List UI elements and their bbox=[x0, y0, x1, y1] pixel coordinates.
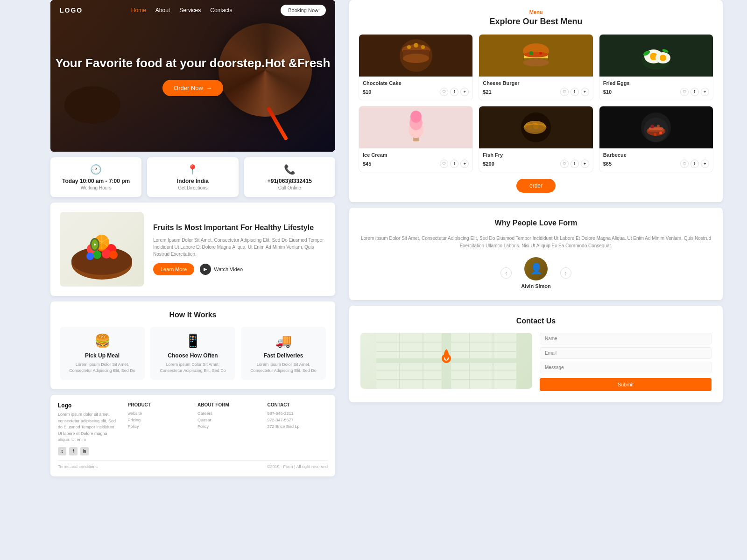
booking-button[interactable]: Booking Now bbox=[281, 5, 326, 16]
ice-cream-share[interactable]: ⤴ bbox=[450, 160, 458, 168]
location-card[interactable]: 📍 Indore India Get Directions bbox=[147, 157, 238, 197]
facebook-icon[interactable]: f bbox=[69, 447, 78, 455]
barbecue-actions: ♡ ⤴ + bbox=[680, 160, 709, 168]
menu-section: Menu Explore Our Best Menu bbox=[349, 0, 723, 202]
footer-copyright: ©2019 - Form | All right reserved bbox=[267, 464, 328, 469]
chocolate-cake-svg bbox=[397, 37, 435, 74]
fish-fry-image bbox=[479, 106, 592, 148]
fried-eggs-image bbox=[599, 35, 713, 77]
phone-card[interactable]: 📞 +91(063)8332415 Call Online bbox=[244, 157, 335, 197]
choose-icon: 📱 bbox=[157, 333, 229, 349]
contact-submit-button[interactable]: Submit bbox=[540, 378, 712, 391]
footer-about-link-1[interactable]: Quasar bbox=[197, 418, 258, 422]
watch-video-button[interactable]: ▶ Watch Video bbox=[200, 264, 243, 275]
menu-grid: Chocolate Cake $10 ♡ ⤴ + bbox=[359, 34, 713, 172]
fish-fry-price: $200 bbox=[483, 161, 494, 167]
footer-terms[interactable]: Terms and conditions bbox=[58, 464, 98, 469]
person-name: Alvin Simon bbox=[521, 283, 551, 289]
contact-name-input[interactable] bbox=[540, 333, 712, 344]
barbecue-add[interactable]: + bbox=[701, 160, 709, 168]
menu-item-fried-eggs: Fried Eggs $10 ♡ ⤴ + bbox=[599, 34, 713, 100]
footer-col-contact: CONTACT 987-546-3211 972-347-5677 272 Br… bbox=[268, 402, 328, 455]
contact-title: Contact Us bbox=[360, 317, 712, 325]
pickup-desc: Lorem ipsum Dolor Sit Amet, Consectetur … bbox=[66, 362, 138, 373]
barbecue-share[interactable]: ⤴ bbox=[691, 160, 699, 168]
fish-fry-info: Fish Fry $200 ♡ ⤴ + bbox=[479, 148, 592, 172]
footer-col-product: PRODUCT website Pricing Policy bbox=[128, 402, 189, 455]
cheese-burger-price-row: $21 ♡ ⤴ + bbox=[483, 88, 589, 96]
svg-point-15 bbox=[94, 244, 96, 245]
hero-content: Your Favorite food at your doorstep.Hot … bbox=[56, 56, 331, 96]
footer-about-title: ABOUT FORM bbox=[197, 402, 258, 407]
fish-fry-name: Fish Fry bbox=[483, 152, 589, 158]
svg-point-45 bbox=[410, 111, 422, 123]
nav-services[interactable]: Services bbox=[179, 7, 201, 14]
how-card-pickup: 🍔 Pick Up Meal Lorem ipsum Dolor Sit Ame… bbox=[60, 327, 145, 380]
twitter-icon[interactable]: t bbox=[58, 447, 66, 455]
fish-fry-add[interactable]: + bbox=[581, 160, 589, 168]
chocolate-cake-add[interactable]: + bbox=[460, 88, 469, 96]
arrow-right-icon: → bbox=[206, 84, 212, 91]
fish-fry-like[interactable]: ♡ bbox=[560, 160, 569, 168]
delivery-desc: Lorem ipsum Dolor Sit Amet, Consectetur … bbox=[247, 362, 319, 373]
fruits-section: Fruits Is Most Important For Healthy Lif… bbox=[50, 203, 335, 296]
menu-order-button[interactable]: order bbox=[516, 179, 556, 193]
chocolate-cake-info: Chocolate Cake $10 ♡ ⤴ + bbox=[359, 77, 472, 100]
footer-product-link-2[interactable]: Policy bbox=[128, 424, 189, 429]
fried-eggs-add[interactable]: + bbox=[701, 88, 709, 96]
cheese-burger-add[interactable]: + bbox=[581, 88, 589, 96]
chocolate-cake-share[interactable]: ⤴ bbox=[450, 88, 458, 96]
testimonial-next-button[interactable]: › bbox=[560, 267, 571, 279]
svg-point-59 bbox=[657, 125, 660, 127]
footer-section: Logo Lorem ipsum dolor sit amet, consect… bbox=[50, 395, 335, 476]
ice-cream-price-row: $45 ♡ ⤴ + bbox=[363, 160, 469, 168]
linkedin-icon[interactable]: in bbox=[80, 447, 89, 455]
footer-product-link-1[interactable]: Pricing bbox=[128, 418, 189, 422]
testimonial-section: Why People Love Form Lorem ipsum Dolor S… bbox=[349, 208, 723, 300]
contact-email-input[interactable] bbox=[540, 347, 712, 359]
fruits-title: Fruits Is Most Important For Healthy Lif… bbox=[153, 223, 326, 233]
testimonial-nav: ‹ 👤 Alvin Simon › bbox=[360, 257, 712, 289]
nav-about[interactable]: About bbox=[155, 7, 170, 14]
fried-eggs-price-row: $10 ♡ ⤴ + bbox=[603, 88, 709, 96]
menu-order-btn-container: order bbox=[359, 179, 713, 193]
info-cards: 🕐 Today 10:00 am - 7:00 pm Working Hours… bbox=[50, 157, 335, 197]
choose-desc: Lorem ipsum Dolor Sit Amet, Consectetur … bbox=[157, 362, 229, 373]
footer-grid: Logo Lorem ipsum dolor sit amet, consect… bbox=[58, 402, 328, 455]
fish-fry-share[interactable]: ⤴ bbox=[571, 160, 579, 168]
ice-cream-svg bbox=[397, 109, 435, 146]
ice-cream-actions: ♡ ⤴ + bbox=[440, 160, 469, 168]
fish-fry-price-row: $200 ♡ ⤴ + bbox=[483, 160, 589, 168]
footer-contact-title: CONTACT bbox=[268, 402, 328, 407]
testimonial-prev-button[interactable]: ‹ bbox=[500, 267, 512, 279]
footer-bottom: Terms and conditions ©2019 - Form | All … bbox=[58, 460, 328, 469]
contact-form: Submit bbox=[540, 333, 712, 391]
working-hours-label: Today 10:00 am - 7:00 pm bbox=[57, 178, 135, 184]
barbecue-price: $65 bbox=[603, 161, 612, 167]
footer-about-link-2[interactable]: Policy bbox=[197, 424, 258, 429]
ice-cream-like[interactable]: ♡ bbox=[440, 160, 448, 168]
cheese-burger-share[interactable]: ⤴ bbox=[571, 88, 579, 96]
cheese-burger-actions: ♡ ⤴ + bbox=[560, 88, 589, 96]
learn-more-button[interactable]: Learn More bbox=[153, 263, 194, 275]
cheese-burger-price: $21 bbox=[483, 89, 491, 95]
footer-about-link-0[interactable]: Careers bbox=[197, 411, 258, 416]
order-now-button[interactable]: Order Now → bbox=[162, 80, 223, 96]
footer-logo: Logo bbox=[58, 402, 119, 409]
nav-home[interactable]: Home bbox=[131, 7, 146, 14]
contact-message-input[interactable] bbox=[540, 362, 712, 373]
navigation: LOGO Home About Services Contacts Bookin… bbox=[50, 0, 335, 21]
ice-cream-add[interactable]: + bbox=[460, 160, 469, 168]
footer-product-link-0[interactable]: website bbox=[128, 411, 189, 416]
cheese-burger-like[interactable]: ♡ bbox=[560, 88, 569, 96]
barbecue-like[interactable]: ♡ bbox=[680, 160, 689, 168]
working-hours-card: 🕐 Today 10:00 am - 7:00 pm Working Hours bbox=[50, 157, 141, 197]
pickup-icon: 🍔 bbox=[66, 333, 138, 349]
location-label: Indore India bbox=[154, 178, 232, 184]
how-card-delivery: 🚚 Fast Deliveries Lorem ipsum Dolor Sit … bbox=[241, 327, 326, 380]
fried-eggs-share[interactable]: ⤴ bbox=[691, 88, 699, 96]
fried-eggs-like[interactable]: ♡ bbox=[680, 88, 689, 96]
nav-contacts[interactable]: Contacts bbox=[210, 7, 232, 14]
how-it-works-section: How It Works 🍔 Pick Up Meal Lorem ipsum … bbox=[50, 301, 335, 389]
chocolate-cake-like[interactable]: ♡ bbox=[440, 88, 448, 96]
